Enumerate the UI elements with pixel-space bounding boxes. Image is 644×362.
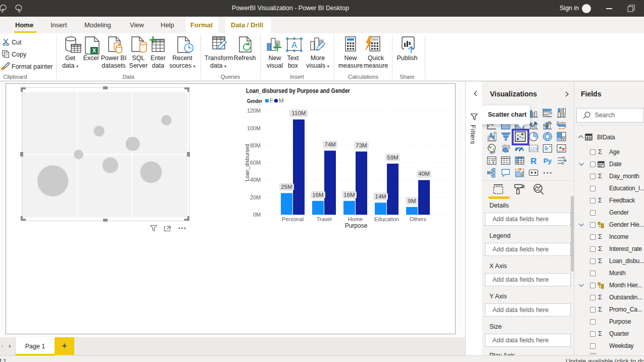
svg-text:80M: 80M xyxy=(250,142,261,148)
svg-text:16M: 16M xyxy=(343,192,355,198)
svg-text:14M: 14M xyxy=(375,193,386,199)
svg-text:59M: 59M xyxy=(387,154,398,161)
svg-text:110M: 110M xyxy=(292,110,306,116)
svg-text:60M: 60M xyxy=(250,160,261,166)
svg-text:X: X xyxy=(92,47,96,54)
svg-text:73M: 73M xyxy=(356,142,367,148)
svg-text:F: F xyxy=(270,97,273,104)
svg-text:Gender: Gender xyxy=(247,98,262,104)
svg-text:Travel: Travel xyxy=(316,216,331,222)
svg-text:Education: Education xyxy=(374,216,399,222)
svg-text:R: R xyxy=(530,157,536,166)
svg-text:Personal: Personal xyxy=(282,216,304,222)
svg-text:74M: 74M xyxy=(324,141,335,147)
svg-text:M: M xyxy=(279,97,284,104)
svg-text:25M: 25M xyxy=(281,184,292,190)
svg-text:123: 123 xyxy=(530,146,537,151)
svg-text:0M: 0M xyxy=(253,212,261,218)
svg-text:Others: Others xyxy=(410,216,427,222)
svg-text:A: A xyxy=(291,41,297,49)
svg-text:9M: 9M xyxy=(408,198,416,204)
svg-text:120M: 120M xyxy=(247,108,261,114)
svg-text:Loan_disbursed: Loan_disbursed xyxy=(244,144,250,181)
svg-text:Home: Home xyxy=(348,216,363,222)
svg-text:Loan_disbursed by Purpose and: Loan_disbursed by Purpose and Gender xyxy=(246,87,350,94)
svg-text:Purpose: Purpose xyxy=(345,222,368,229)
svg-text:20M: 20M xyxy=(250,194,261,200)
svg-text:100M: 100M xyxy=(247,125,261,131)
svg-text:40M: 40M xyxy=(250,177,261,183)
svg-text:40M: 40M xyxy=(418,171,429,177)
svg-text:16M: 16M xyxy=(312,192,323,198)
svg-text:Py: Py xyxy=(543,157,552,165)
